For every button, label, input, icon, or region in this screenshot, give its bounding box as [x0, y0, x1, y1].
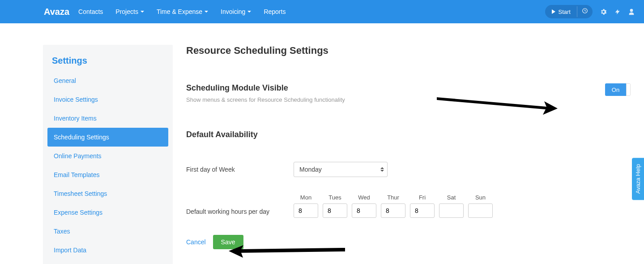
- sidebar-item-inventory-items[interactable]: Inventory Items: [47, 109, 168, 128]
- availability-heading: Default Availability: [186, 130, 631, 139]
- nav-link-label: Time & Expense: [157, 8, 202, 15]
- module-subtext: Show menus & screens for Resource Schedu…: [186, 96, 345, 103]
- day-input-sun[interactable]: [468, 203, 493, 218]
- day-input-sat[interactable]: [439, 203, 464, 218]
- settings-sidebar: Settings General Invoice Settings Invent…: [43, 45, 173, 264]
- day-label: Thur: [387, 194, 399, 201]
- working-hours-row: Default working hours per day Mon Tues W…: [186, 194, 631, 218]
- nav-link-label: Projects: [115, 8, 138, 15]
- sidebar-item-timesheet-settings[interactable]: Timesheet Settings: [47, 184, 168, 203]
- day-label: Sun: [475, 194, 486, 201]
- start-timer-button[interactable]: Start: [545, 6, 577, 18]
- day-col-sat: Sat: [439, 194, 464, 218]
- days-row: Mon Tues Wed Thur Fri: [294, 194, 493, 218]
- sidebar-item-import-data[interactable]: Import Data: [47, 241, 168, 260]
- nav-contacts[interactable]: Contacts: [78, 8, 103, 15]
- sidebar-item-online-payments[interactable]: Online Payments: [47, 147, 168, 165]
- first-day-label: First day of Week: [186, 166, 294, 173]
- day-label: Tues: [328, 194, 341, 201]
- day-label: Sat: [447, 194, 456, 201]
- page-title: Resource Scheduling Settings: [186, 45, 631, 56]
- gear-icon: [600, 8, 607, 16]
- first-day-select[interactable]: [294, 162, 388, 177]
- sidebar-item-general[interactable]: General: [47, 71, 168, 90]
- sidebar-item-scheduling-settings[interactable]: Scheduling Settings: [47, 128, 168, 147]
- sidebar-title: Settings: [43, 56, 173, 71]
- chevron-down-icon: [141, 11, 144, 13]
- day-input-mon[interactable]: [294, 203, 318, 218]
- profile-button[interactable]: [628, 8, 635, 16]
- module-heading: Scheduling Module Visible: [186, 83, 345, 93]
- day-input-wed[interactable]: [352, 203, 376, 218]
- start-button-group: Start: [545, 5, 593, 18]
- sidebar-item-expense-settings[interactable]: Expense Settings: [47, 203, 168, 222]
- day-col-fri: Fri: [410, 194, 435, 218]
- nav-reports[interactable]: Reports: [264, 8, 286, 15]
- brand-logo[interactable]: Avaza: [44, 7, 69, 17]
- sidebar-item-invoice-settings[interactable]: Invoice Settings: [47, 90, 168, 109]
- annotation-arrow-save: [229, 245, 345, 259]
- day-col-thur: Thur: [381, 194, 405, 218]
- module-visible-row: Scheduling Module Visible Show menus & s…: [186, 83, 631, 121]
- main-content: Resource Scheduling Settings Scheduling …: [173, 45, 644, 264]
- day-col-tues: Tues: [323, 194, 347, 218]
- nav-link-label: Invoicing: [221, 8, 245, 15]
- nav-projects[interactable]: Projects: [115, 8, 144, 15]
- nav-right: Start: [545, 5, 635, 18]
- page-container: Settings General Invoice Settings Invent…: [0, 23, 644, 264]
- day-input-fri[interactable]: [410, 203, 435, 218]
- nav-link-label: Reports: [264, 8, 286, 15]
- play-icon: [551, 9, 556, 14]
- day-input-thur[interactable]: [381, 203, 405, 218]
- working-hours-label: Default working hours per day: [186, 208, 294, 218]
- first-day-row: First day of Week: [186, 162, 631, 177]
- sidebar-item-taxes[interactable]: Taxes: [47, 222, 168, 241]
- annotation-arrow-toggle: [437, 93, 558, 116]
- cancel-button[interactable]: Cancel: [186, 238, 206, 246]
- toggle-knob: [626, 83, 631, 96]
- nav-invoicing[interactable]: Invoicing: [221, 8, 251, 15]
- clock-icon: [582, 8, 588, 14]
- day-col-wed: Wed: [352, 194, 376, 218]
- day-label: Mon: [300, 194, 311, 201]
- chevron-down-icon: [247, 11, 251, 13]
- nav-links: Contacts Projects Time & Expense Invoici…: [78, 8, 286, 15]
- module-visible-toggle[interactable]: On: [605, 83, 631, 96]
- day-input-tues[interactable]: [323, 203, 347, 218]
- user-icon: [628, 8, 635, 16]
- start-label: Start: [559, 9, 571, 15]
- settings-button[interactable]: [600, 8, 607, 16]
- day-col-sun: Sun: [468, 194, 493, 218]
- lightning-icon: [614, 8, 621, 16]
- day-col-mon: Mon: [294, 194, 318, 218]
- top-nav: Avaza Contacts Projects Time & Expense I…: [0, 0, 644, 23]
- chevron-down-icon: [205, 11, 208, 13]
- nav-link-label: Contacts: [78, 8, 103, 15]
- day-label: Fri: [419, 194, 426, 201]
- first-day-select-wrap: [294, 162, 388, 177]
- timer-history-button[interactable]: [577, 5, 593, 18]
- nav-time-expense[interactable]: Time & Expense: [157, 8, 208, 15]
- day-label: Wed: [358, 194, 370, 201]
- sidebar-item-email-templates[interactable]: Email Templates: [47, 165, 168, 184]
- quick-actions-button[interactable]: [614, 8, 621, 16]
- toggle-on-label: On: [605, 83, 626, 96]
- help-tab[interactable]: Avaza Help: [632, 158, 644, 200]
